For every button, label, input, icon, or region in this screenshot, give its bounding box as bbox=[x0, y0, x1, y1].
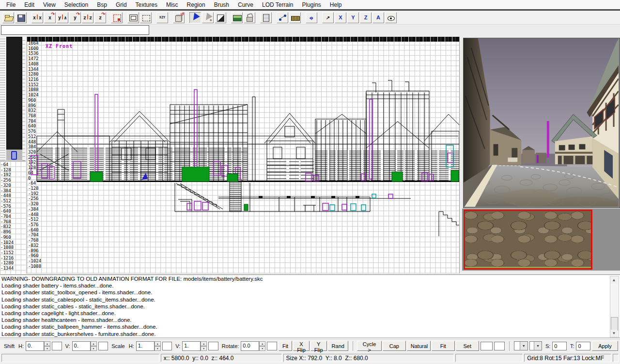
z-rotate-button[interactable]: z↷ bbox=[94, 12, 106, 23]
z-axis-label: -128 bbox=[0, 167, 11, 172]
menu-item[interactable]: View bbox=[39, 0, 60, 9]
free-rotation-button[interactable] bbox=[173, 12, 185, 23]
surface-flip-button[interactable]: Fit bbox=[279, 341, 292, 351]
z-axis-label: -1216 bbox=[0, 256, 14, 260]
scale-v-field[interactable] bbox=[208, 342, 218, 350]
menu-item[interactable]: Misc bbox=[162, 0, 183, 9]
wireframe-2d-drawing bbox=[27, 37, 459, 273]
scale-h-spinner[interactable]: 1.▲▼ bbox=[136, 341, 161, 351]
resize-brush-button[interactable] bbox=[215, 12, 226, 23]
save-button[interactable] bbox=[15, 12, 27, 23]
move-selection-button[interactable]: ↔↕ bbox=[306, 12, 317, 23]
x-rotate-button[interactable]: x↷ bbox=[44, 12, 56, 23]
menu-item[interactable]: Selection bbox=[60, 0, 93, 9]
menu-item[interactable]: Edit bbox=[20, 0, 39, 9]
region-selection-button[interactable] bbox=[111, 12, 123, 23]
console-scrollbar[interactable]: ▲ ▼ bbox=[610, 276, 619, 337]
menu-item[interactable]: Region bbox=[183, 0, 210, 9]
surface-flip-button[interactable]: Y Flip bbox=[310, 341, 327, 351]
x-axis-lock-button[interactable]: X bbox=[335, 12, 346, 23]
y-flip-button[interactable]: y ∧| bbox=[57, 12, 68, 23]
shift-v-label: V: bbox=[65, 343, 70, 349]
surface-patch-button[interactable]: Fit bbox=[432, 341, 455, 351]
radiant-editor-window: FileEditViewSelectionBspGridTexturesMisc… bbox=[0, 0, 620, 364]
texture-ruler-button[interactable] bbox=[289, 12, 301, 23]
z-flip-button[interactable]: z z| bbox=[82, 12, 93, 23]
clipper-button[interactable] bbox=[189, 12, 201, 23]
curve-points-button[interactable] bbox=[277, 12, 288, 23]
menu-item[interactable]: Help bbox=[326, 0, 346, 9]
texture-lock-button[interactable] bbox=[244, 12, 255, 23]
extra-field-2[interactable] bbox=[494, 342, 505, 350]
shift-h-spinner[interactable]: 0.▲▼ bbox=[26, 341, 50, 351]
flip-buttons: FitX FlipY FlipRand bbox=[279, 341, 348, 351]
region-off-button[interactable] bbox=[140, 12, 152, 23]
x-flip-button[interactable]: x x| bbox=[31, 12, 43, 23]
texture-view-button[interactable] bbox=[231, 12, 243, 23]
y-rotate-button[interactable]: y↷ bbox=[69, 12, 81, 23]
menu-item[interactable]: Curve bbox=[233, 0, 258, 9]
xz-grid-view[interactable]: 1664160015361472140813441280121611521088… bbox=[27, 37, 460, 273]
scroll-down-arrow[interactable]: ▼ bbox=[610, 330, 618, 337]
console-toggle-button[interactable] bbox=[260, 12, 272, 23]
z-axis-lock-button[interactable]: Z bbox=[360, 12, 372, 23]
texture-combo-2[interactable]: ▼ bbox=[529, 341, 542, 350]
menu-item[interactable]: Brush bbox=[210, 0, 233, 9]
rotate-field[interactable] bbox=[267, 342, 277, 350]
t-field[interactable]: 0 bbox=[576, 342, 590, 350]
console-line: Loading shader static_cablespool - stati… bbox=[0, 296, 610, 303]
z-axis-label: -832 bbox=[0, 224, 11, 229]
scale-h-field[interactable] bbox=[162, 342, 172, 350]
surface-flip-button[interactable]: Rand bbox=[328, 341, 348, 351]
surface-patch-button[interactable]: Cycle > bbox=[357, 341, 381, 351]
menu-item[interactable]: LOD Terrain bbox=[258, 0, 297, 9]
view-type-label: XZ Front bbox=[46, 44, 73, 49]
scale-v-spinner[interactable]: 1.▲▼ bbox=[182, 341, 207, 351]
shift-v-field[interactable] bbox=[98, 342, 108, 350]
console-line: WARNING- DOWNGRADING TO OLD ANIMATION FO… bbox=[0, 275, 610, 282]
menu-item[interactable]: Grid bbox=[111, 0, 131, 9]
views-toggle-button[interactable]: XZY bbox=[156, 12, 168, 23]
shift-h-field[interactable] bbox=[52, 342, 62, 350]
rotate-spinner[interactable]: 0.0▲▼ bbox=[241, 341, 265, 351]
menu-bar: FileEditViewSelectionBspGridTexturesMisc… bbox=[0, 0, 620, 11]
chevron-down-icon[interactable]: ▼ bbox=[534, 342, 542, 350]
surface-patch-button[interactable]: Natural bbox=[407, 341, 431, 351]
texture-combo-1[interactable]: ▼ bbox=[514, 341, 528, 350]
extra-field-1[interactable] bbox=[480, 342, 493, 350]
chevron-down-icon[interactable]: ▼ bbox=[520, 342, 527, 350]
apply-button[interactable]: Apply bbox=[592, 341, 618, 351]
surface-patch-button[interactable]: Set bbox=[456, 341, 479, 351]
z-axis-label: -704 bbox=[0, 214, 11, 219]
workspace: -64-128-192-256-320-384-448-512-576-640-… bbox=[0, 37, 620, 274]
window-layout-button[interactable] bbox=[127, 12, 139, 23]
menu-item[interactable]: Textures bbox=[131, 0, 162, 9]
clip-add-button[interactable] bbox=[202, 12, 214, 23]
texture-preview-row bbox=[462, 209, 620, 271]
angle-snap-button[interactable]: A bbox=[372, 12, 384, 23]
surface-flip-button[interactable]: X Flip bbox=[293, 341, 310, 351]
resize-grip bbox=[613, 354, 619, 362]
open-button[interactable] bbox=[2, 12, 14, 23]
t-label: T: bbox=[570, 343, 574, 349]
z-axis-label: -192 bbox=[0, 172, 11, 177]
z-axis-view[interactable]: -64-128-192-256-320-384-448-512-576-640-… bbox=[0, 37, 26, 273]
s-field[interactable]: 0 bbox=[552, 342, 567, 350]
show-entities-button[interactable] bbox=[385, 12, 397, 23]
popup-window-button[interactable]: ↗ bbox=[322, 12, 334, 23]
z-axis-label: -384 bbox=[0, 188, 11, 193]
scroll-up-arrow[interactable]: ▲ bbox=[610, 276, 618, 284]
menu-item[interactable]: Plugins bbox=[297, 0, 325, 9]
camera-scene bbox=[464, 38, 619, 207]
texture-preview[interactable] bbox=[464, 210, 592, 270]
shift-v-spinner[interactable]: 0.▲▼ bbox=[72, 341, 97, 351]
menu-item[interactable]: Bsp bbox=[93, 0, 111, 9]
scroll-thumb[interactable] bbox=[611, 317, 618, 331]
console-output[interactable]: WARNING- DOWNGRADING TO OLD ANIMATION FO… bbox=[0, 274, 620, 338]
surface-patch-button[interactable]: Cap bbox=[383, 341, 406, 351]
menu-item[interactable]: File bbox=[2, 0, 20, 9]
texture-name-input[interactable] bbox=[1, 25, 149, 35]
y-axis-lock-button[interactable]: Y bbox=[347, 12, 359, 23]
surface-toolbar: Shift H: 0.▲▼ V: 0.▲▼ Scale H: 1.▲▼ V: 1… bbox=[0, 339, 620, 352]
camera-3d-view[interactable] bbox=[463, 38, 620, 208]
